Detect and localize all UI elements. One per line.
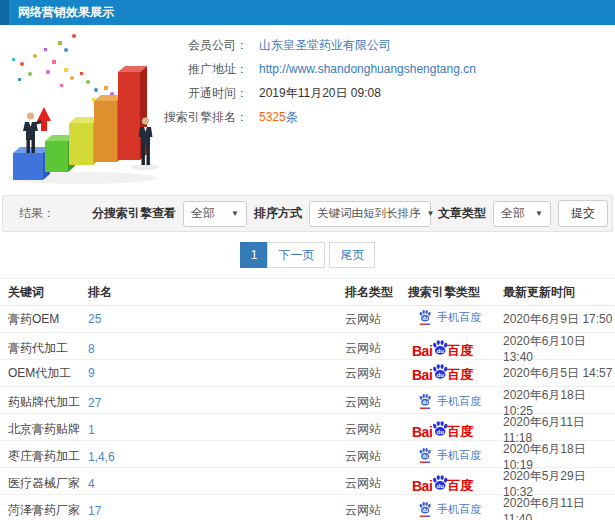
mobile-baidu-label: 手机百度: [437, 394, 481, 409]
page-last-button[interactable]: 尾页: [329, 242, 375, 268]
baidu-logo-text-cn: 百度: [447, 344, 473, 357]
rank-link[interactable]: 27: [88, 396, 345, 410]
mobile-baidu-paw-icon: du: [418, 447, 432, 464]
mobile-baidu-label: 手机百度: [437, 502, 481, 517]
mobile-baidu-paw-icon: du: [418, 393, 432, 410]
updated-cell: 2020年6月5日 14:57: [503, 365, 615, 382]
promo-url-row: 推广地址： http://www.shandonghuangshengtang.…: [158, 57, 476, 81]
rank-link[interactable]: 1,4,6: [88, 450, 345, 464]
engine-rank-row: 搜索引擎排名： 5325条: [158, 105, 476, 129]
baidu-logo-text-cn: 百度: [447, 368, 473, 381]
engine-type-cell: Bai du 百度: [408, 474, 503, 494]
mobile-baidu-icon: du 手机百度: [418, 501, 481, 518]
updated-cell: 2020年6月9日 17:50: [503, 311, 615, 328]
titlebar-accent: [0, 0, 9, 25]
baidu-logo-text-bai: Bai: [412, 344, 432, 358]
page-title: 网络营销效果展示: [18, 0, 114, 25]
submit-button[interactable]: 提交: [558, 200, 608, 227]
table-row: 膏药OEM25云网站 du 手机百度 2020年6月9日 17:50: [0, 306, 615, 333]
page-next-button[interactable]: 下一页: [267, 242, 325, 268]
promo-url-link[interactable]: http://www.shandonghuangshengtang.cn: [259, 62, 476, 76]
open-time-row: 开通时间： 2019年11月20日 09:08: [158, 81, 476, 105]
mobile-baidu-paw-icon: du: [418, 309, 432, 326]
article-type-label: 文章类型: [438, 205, 486, 222]
baidu-logo-text-cn: 百度: [447, 425, 473, 438]
baidu-logo-icon: Bai du 百度: [412, 339, 473, 358]
engine-view-select[interactable]: 全部 ▼: [183, 201, 247, 227]
growth-bar-chart-illustration: [0, 28, 180, 188]
sort-select[interactable]: 关键词由短到长排序 ▼: [309, 201, 431, 227]
caret-down-icon: ▼: [427, 209, 435, 218]
col-header-rank: 排名: [88, 284, 345, 301]
rank-type-cell: 云网站: [345, 475, 408, 492]
baidu-logo-text-bai: Bai: [412, 479, 432, 493]
engine-type-cell: du 手机百度: [408, 447, 503, 467]
engine-rank-number: 5325: [259, 110, 286, 124]
results-table: 关键词 排名 排名类型 搜索引擎类型 最新更新时间 膏药OEM25云网站 du …: [0, 278, 615, 520]
company-label: 会员公司：: [158, 37, 248, 54]
mobile-baidu-icon: du 手机百度: [418, 447, 481, 464]
keyword-cell: 膏药OEM: [8, 311, 88, 328]
updated-cell: 2020年6月11日 11:40: [503, 495, 615, 520]
col-header-keyword: 关键词: [8, 284, 88, 301]
rank-link[interactable]: 4: [88, 477, 345, 491]
mobile-baidu-icon: du 手机百度: [418, 309, 481, 326]
rank-link[interactable]: 9: [88, 366, 345, 380]
rank-link[interactable]: 17: [88, 504, 345, 518]
sort-label: 排序方式: [254, 205, 302, 222]
baidu-logo-icon: Bai du 百度: [412, 420, 473, 439]
company-link[interactable]: 山东皇圣堂药业有限公司: [259, 37, 391, 54]
engine-view-label: 分搜索引擎查看: [92, 205, 176, 222]
keyword-cell: 药贴牌代加工: [8, 394, 88, 411]
rank-type-cell: 云网站: [345, 365, 408, 382]
rank-type-cell: 云网站: [345, 448, 408, 465]
table-body: 膏药OEM25云网站 du 手机百度 2020年6月9日 17:50膏药代加工8…: [0, 306, 615, 520]
engine-type-cell: du 手机百度: [408, 309, 503, 329]
engine-type-cell: Bai du 百度: [408, 420, 503, 440]
keyword-cell: 医疗器械厂家: [8, 475, 88, 492]
svg-text:du: du: [437, 346, 445, 353]
keyword-cell: OEM代加工: [8, 365, 88, 382]
keyword-cell: 膏药代加工: [8, 340, 88, 357]
svg-text:du: du: [437, 371, 445, 378]
table-row: 医疗器械厂家4云网站 Bai du 百度 2020年5月29日 10:32: [0, 468, 615, 495]
caret-down-icon: ▼: [231, 209, 239, 218]
engine-rank-count[interactable]: 5325条: [259, 109, 298, 126]
col-header-engine-type: 搜索引擎类型: [408, 284, 503, 301]
titlebar: 网络营销效果展示: [0, 0, 615, 25]
open-time-label: 开通时间：: [158, 85, 248, 102]
table-row: 枣庄膏药加工1,4,6云网站 du 手机百度 2020年6月18日 10:19: [0, 441, 615, 468]
rank-link[interactable]: 8: [88, 342, 345, 356]
keyword-cell: 北京膏药贴牌: [8, 421, 88, 438]
info-rows: 会员公司： 山东皇圣堂药业有限公司 推广地址： http://www.shand…: [158, 33, 476, 129]
rank-type-cell: 云网站: [345, 394, 408, 411]
col-header-updated: 最新更新时间: [503, 284, 615, 301]
caret-down-icon: ▼: [535, 209, 543, 218]
company-row: 会员公司： 山东皇圣堂药业有限公司: [158, 33, 476, 57]
engine-type-cell: du 手机百度: [408, 501, 503, 520]
rank-link[interactable]: 1: [88, 423, 345, 437]
mobile-baidu-icon: du 手机百度: [418, 393, 481, 410]
article-type-select[interactable]: 全部 ▼: [493, 201, 551, 227]
updated-cell: 2020年6月10日 13:40: [503, 333, 615, 364]
open-time-value: 2019年11月20日 09:08: [259, 85, 381, 102]
table-row: 药贴牌代加工27云网站 du 手机百度 2020年6月18日 10:25: [0, 387, 615, 414]
table-row: 北京膏药贴牌1云网站 Bai du 百度 2020年6月11日 11:18: [0, 414, 615, 441]
svg-text:du: du: [422, 400, 428, 405]
article-type-selected-value: 全部: [501, 205, 525, 222]
table-header-row: 关键词 排名 排名类型 搜索引擎类型 最新更新时间: [0, 278, 615, 306]
page-current[interactable]: 1: [240, 242, 269, 268]
table-row: 菏泽膏药厂家17云网站 du 手机百度 2020年6月11日 11:40: [0, 495, 615, 520]
rank-link[interactable]: 25: [88, 312, 345, 326]
keyword-cell: 菏泽膏药厂家: [8, 502, 88, 519]
svg-text:du: du: [422, 508, 428, 513]
engine-type-cell: Bai du 百度: [408, 339, 503, 359]
baidu-logo-icon: Bai du 百度: [412, 363, 473, 382]
info-section: 会员公司： 山东皇圣堂药业有限公司 推广地址： http://www.shand…: [0, 25, 615, 194]
keyword-cell: 枣庄膏药加工: [8, 448, 88, 465]
engine-rank-unit[interactable]: 条: [286, 110, 298, 124]
filter-bar: 结果： 分搜索引擎查看 全部 ▼ 排序方式 关键词由短到长排序 ▼ 文章类型 全…: [2, 195, 613, 232]
rank-type-cell: 云网站: [345, 340, 408, 357]
rank-type-cell: 云网站: [345, 502, 408, 519]
result-label: 结果：: [19, 205, 55, 222]
